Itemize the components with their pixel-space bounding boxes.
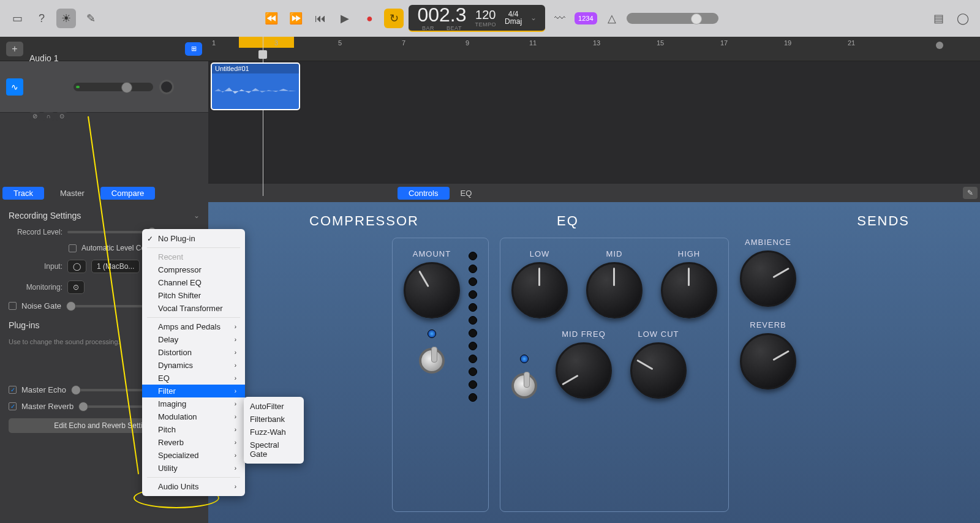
gain-led — [469, 329, 477, 337]
record-icon[interactable]: ● — [360, 9, 379, 28]
menu-recent-item[interactable]: Vocal Transformer — [142, 302, 245, 315]
monitoring-button[interactable]: ⊙ — [67, 280, 85, 294]
track-row[interactable]: ∿ Audio 1 ⊘ ∩ ⊙ — [0, 61, 208, 113]
loops-icon[interactable]: ◯ — [953, 9, 973, 28]
mid-knob[interactable] — [586, 262, 643, 318]
menu-category-item[interactable]: Delay› — [142, 333, 245, 346]
menu-category-item[interactable]: Utility› — [142, 462, 245, 475]
tuner-icon[interactable]: 〰 — [550, 9, 570, 28]
metronome-icon[interactable]: △ — [602, 9, 622, 28]
forward-icon[interactable]: ⏩ — [286, 9, 306, 28]
section-plugins: Plug-ins — [9, 320, 40, 330]
master-reverb-checkbox[interactable]: ✓ — [9, 402, 17, 410]
gain-led — [469, 380, 477, 389]
menu-category-item[interactable]: Pitch› — [142, 423, 245, 436]
track-volume-slider[interactable] — [74, 83, 153, 91]
menu-category-item[interactable]: Reverb› — [142, 436, 245, 449]
brightness-icon[interactable]: ☀ — [56, 9, 76, 28]
input-channel-select[interactable]: 1 (MacBo... — [91, 260, 140, 273]
tab-track[interactable]: Track — [2, 187, 44, 200]
tab-controls[interactable]: Controls — [398, 187, 449, 200]
menu-category-item[interactable]: Modulation› — [142, 410, 245, 423]
amount-knob[interactable] — [404, 262, 460, 318]
timeline[interactable]: 1 3 5 7 9 11 13 15 17 19 21 Untitled#01 — [208, 37, 980, 184]
menu-recent-item[interactable]: Compressor — [142, 263, 245, 276]
menu-category-item[interactable]: Dynamics› — [142, 359, 245, 372]
solo-button[interactable]: ∩ — [43, 112, 54, 121]
waveform — [212, 73, 299, 109]
key-value: Dmaj — [505, 18, 522, 25]
library-icon[interactable]: ▭ — [7, 9, 27, 28]
menu-recent-item[interactable]: Channel EQ — [142, 276, 245, 289]
bar-value: 002.3 — [417, 5, 466, 24]
cycle-region[interactable] — [239, 37, 294, 48]
master-position-handle[interactable] — [936, 42, 943, 49]
ambience-knob[interactable] — [740, 250, 796, 307]
low-cut-knob[interactable] — [630, 342, 687, 399]
count-in-badge[interactable]: 1234 — [575, 12, 597, 24]
low-label: LOW — [530, 249, 550, 258]
play-icon[interactable]: ▶ — [335, 9, 355, 28]
audio-region[interactable]: Untitled#01 — [211, 62, 300, 110]
low-cut-label: LOW CUT — [638, 329, 679, 339]
pan-knob[interactable] — [159, 80, 174, 94]
compressor-toggle[interactable] — [419, 348, 445, 374]
tab-master[interactable]: Master — [49, 187, 96, 200]
mute-button[interactable]: ⊘ — [29, 112, 40, 121]
bar-label: BAR — [422, 26, 434, 31]
help-icon[interactable]: ? — [32, 9, 51, 28]
edit-smart-controls-icon[interactable]: ✎ — [963, 187, 978, 199]
notes-icon[interactable]: ▤ — [929, 9, 948, 28]
region-inspector-button[interactable]: ⊞ — [185, 42, 202, 56]
menu-category-item[interactable]: Distortion› — [142, 346, 245, 359]
record-level-label: Record Level: — [9, 228, 62, 236]
eq-toggle[interactable] — [511, 373, 537, 399]
auto-level-checkbox[interactable] — [69, 244, 77, 252]
ambience-label: AMBIENCE — [745, 238, 791, 247]
ruler-tick: 13 — [593, 39, 600, 47]
filter-submenu: AutoFilter Filterbank Fuzz-Wah Spectral … — [244, 397, 304, 464]
rewind-icon[interactable]: ⏪ — [262, 9, 281, 28]
tempo-value: 120 — [475, 9, 496, 21]
lcd-display[interactable]: 002.3 BAR BEAT 120 TEMPO 4/4 Dmaj ⌄ — [409, 5, 545, 32]
noise-gate-checkbox[interactable] — [9, 302, 17, 310]
menu-recent-header: Recent — [142, 250, 245, 263]
go-to-start-icon[interactable]: ⏮ — [311, 9, 330, 28]
master-echo-checkbox[interactable]: ✓ — [9, 386, 17, 394]
menu-category-filter[interactable]: Filter› — [142, 385, 245, 397]
ruler[interactable]: 1 3 5 7 9 11 13 15 17 19 21 — [208, 37, 980, 61]
menu-audio-units[interactable]: Audio Units› — [142, 480, 245, 493]
add-track-button[interactable]: + — [6, 42, 23, 56]
input-format-button[interactable]: ◯ — [67, 260, 86, 273]
submenu-item[interactable]: Spectral Gate — [244, 438, 304, 461]
cycle-icon[interactable]: ↻ — [384, 9, 404, 28]
menu-recent-item[interactable]: Pitch Shifter — [142, 289, 245, 302]
menu-no-plugin[interactable]: ✓No Plug-in — [142, 232, 245, 245]
mid-freq-knob[interactable] — [556, 342, 612, 399]
chevron-down-icon[interactable]: ⌄ — [194, 211, 200, 220]
menu-category-item[interactable]: Specialized› — [142, 449, 245, 462]
high-knob[interactable] — [661, 262, 717, 318]
submenu-item[interactable]: AutoFilter — [244, 400, 304, 413]
noise-gate-label: Noise Gate — [21, 301, 61, 310]
gain-led — [469, 342, 477, 350]
eq-title: EQ — [552, 213, 583, 229]
input-monitor-button[interactable]: ⊙ — [56, 112, 67, 121]
ruler-tick: 9 — [466, 39, 469, 47]
gain-led — [469, 252, 477, 260]
submenu-item[interactable]: Fuzz-Wah — [244, 426, 304, 438]
menu-category-item[interactable]: EQ› — [142, 372, 245, 385]
ruler-tick: 1 — [212, 39, 216, 47]
reverb-knob[interactable] — [740, 333, 796, 389]
submenu-item[interactable]: Filterbank — [244, 413, 304, 426]
playhead-line — [263, 37, 263, 196]
master-volume-slider[interactable] — [627, 13, 718, 24]
plugin-context-menu: ✓No Plug-in Recent Compressor Channel EQ… — [142, 229, 245, 496]
tab-eq[interactable]: EQ — [450, 187, 483, 200]
chevron-down-icon[interactable]: ⌄ — [530, 13, 537, 22]
menu-category-item[interactable]: Amps and Pedals› — [142, 320, 245, 333]
low-knob[interactable] — [511, 262, 568, 318]
edit-icon[interactable]: ✎ — [81, 9, 100, 28]
menu-category-item[interactable]: Imaging› — [142, 397, 245, 410]
tab-compare[interactable]: Compare — [100, 187, 155, 200]
